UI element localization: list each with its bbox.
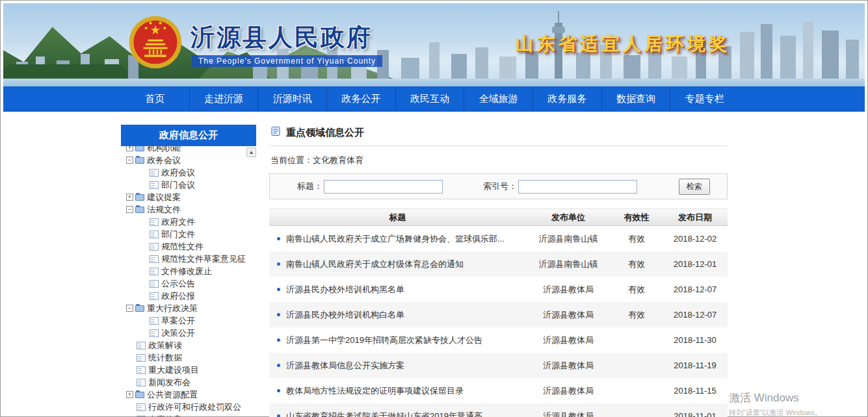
document-link[interactable]: 沂源县第一中学2019年招聘高层次紧缺专技人才公告 [286,335,482,346]
expand-icon[interactable]: + [126,391,133,398]
collapse-icon[interactable]: − [126,157,133,164]
bullet-icon [277,338,280,342]
tree-item[interactable]: −重大行政决策 [121,302,256,314]
nav-item[interactable]: 首页 [121,86,189,112]
sidebar-tree: +机构职能−政务会议政府会议部门会议+建议提案−法规文件政府文件部门文件规范性文… [121,146,256,416]
column-header: 有效性 [611,212,663,223]
document-link[interactable]: 教体局地方性法规设定的证明事项建议保留目录 [286,385,464,397]
tree-item[interactable]: 部门文件 [121,228,256,240]
tree-item[interactable]: 文件修改废止 [121,265,256,277]
validity: 有效 [611,233,663,245]
building [822,31,839,79]
tree-item[interactable]: +机构职能 [121,146,256,154]
document-icon [137,379,146,386]
index-search-input[interactable] [518,180,637,194]
bullet-icon [277,262,280,266]
document-link[interactable]: 沂源县民办校外培训机构白名单 [286,309,404,321]
document-link[interactable]: 南鲁山镇人民政府关于成立广场舞健身协会、篮球俱乐部... [286,233,505,245]
waterfront [3,79,865,86]
table-row: 沂源县民办校外培训机构黑名单沂源县教体局有效2018-12-07 [269,277,728,302]
document-icon [150,292,159,300]
tree-item[interactable]: 行政许可和行政处罚双公 [121,401,256,413]
section-icon [270,126,281,139]
table-row: 山东省教育招生考试院关于做好山东省2019年普通高...沂源县教体局2018-1… [269,403,728,417]
tree-item[interactable]: 政府会议 [121,166,256,179]
tree-item-label: 文件修改废止 [161,266,212,277]
scroll-up-icon[interactable]: ▲ [246,147,256,157]
document-link[interactable]: 山东省教育招生考试院关于做好山东省2019年普通高... [286,411,490,417]
document-icon [150,181,159,189]
building [803,21,813,79]
tree-item-label: 公共资源配置 [147,389,198,401]
nav-item[interactable]: 政务服务 [533,86,601,112]
tree-item[interactable]: 人事信息 [121,413,256,416]
document-icon [137,354,146,362]
nav-item[interactable]: 政务公开 [326,86,395,112]
search-button[interactable]: 检索 [679,179,710,195]
bullet-icon [277,414,280,417]
expand-icon[interactable]: + [126,146,133,151]
expand-icon[interactable]: + [126,194,133,201]
national-emblem-icon [128,15,183,70]
sidebar: 政府信息公开 ▲ +机构职能−政务会议政府会议部门会议+建议提案−法规文件政府文… [121,125,256,417]
building [740,32,754,79]
tree-item[interactable]: 部门会议 [121,179,256,191]
tree-item[interactable]: 政府公报 [121,290,256,302]
nav-item[interactable]: 沂源时讯 [257,86,326,112]
folder-icon [135,194,144,201]
document-icon [150,243,159,251]
tree-item[interactable]: 统计数据 [121,351,256,364]
publish-unit: 沂源县教体局 [526,335,611,346]
tree-item[interactable]: +建议提案 [121,191,256,203]
publish-date: 2018-11-19 [663,360,728,370]
tree-item[interactable]: +公共资源配置 [121,388,256,401]
tree-item-label: 法规文件 [147,204,181,216]
tree-item[interactable]: −政务会议 [121,154,256,166]
tree-item-label: 部门会议 [161,179,195,191]
tree-item[interactable]: 规范性文件草案意见征 [121,253,256,265]
publish-unit: 沂源县南鲁山镇 [526,259,611,270]
publish-date: 2018-12-07 [663,284,728,294]
tree-item[interactable]: 政府文件 [121,216,256,228]
tree-item-label: 政府文件 [161,216,195,228]
building [624,55,640,79]
publish-unit: 沂源县教体局 [526,360,611,372]
document-icon [137,342,146,349]
nav-item[interactable]: 数据查询 [601,86,670,112]
folder-icon [135,305,144,312]
table-row: 教体局地方性法规设定的证明事项建议保留目录沂源县教体局2018-11-15 [269,378,728,403]
publish-date: 2018-12-02 [663,234,728,244]
tree-item[interactable]: 规范性文件 [121,240,256,253]
collapse-icon[interactable]: − [126,206,133,213]
table-row: 沂源县民办校外培训机构白名单沂源县教体局有效2018-12-07 [269,302,728,327]
tree-item[interactable]: 决策公开 [121,327,256,339]
nav-item[interactable]: 全域旅游 [464,86,533,112]
building [672,57,687,79]
document-link[interactable]: 南鲁山镇人民政府关于成立村级体育总会的通知 [286,259,464,270]
tree-item[interactable]: 草案公开 [121,314,256,327]
tree-item[interactable]: 政策解读 [121,339,256,351]
tree-item[interactable]: 公示公告 [121,277,256,290]
tree-item[interactable]: 新闻发布会 [121,376,256,388]
site-banner: 沂源县人民政府 The People's Government of Yiyua… [3,3,865,86]
tree-item[interactable]: −法规文件 [121,203,256,216]
tree-item-label: 建议提案 [147,192,181,203]
document-icon [150,255,159,263]
document-link[interactable]: 沂源县教体局信息公开实施方案 [286,360,404,372]
tree-item[interactable]: 重大建设项目 [121,364,256,376]
tree-item-label: 公示公告 [161,278,195,290]
building [780,36,796,79]
nav-item[interactable]: 政民互动 [395,86,464,112]
tree-item-label: 统计数据 [148,352,182,364]
search-bar: 标题： 索引号： 检索 [269,173,728,199]
tree-item-label: 政策解读 [148,340,182,351]
publish-unit: 沂源县教体局 [526,284,611,296]
nav-item[interactable]: 专题专栏 [670,86,739,112]
main-nav: 首页走进沂源沂源时讯政务公开政民互动全域旅游政务服务数据查询专题专栏 [3,86,865,112]
title-search-input[interactable] [324,180,443,194]
collapse-icon[interactable]: − [126,305,133,312]
bullet-icon [277,313,280,316]
nav-item[interactable]: 走进沂源 [189,86,258,112]
sidebar-title[interactable]: 政府信息公开 [121,125,256,146]
document-link[interactable]: 沂源县民办校外培训机构黑名单 [286,284,404,296]
